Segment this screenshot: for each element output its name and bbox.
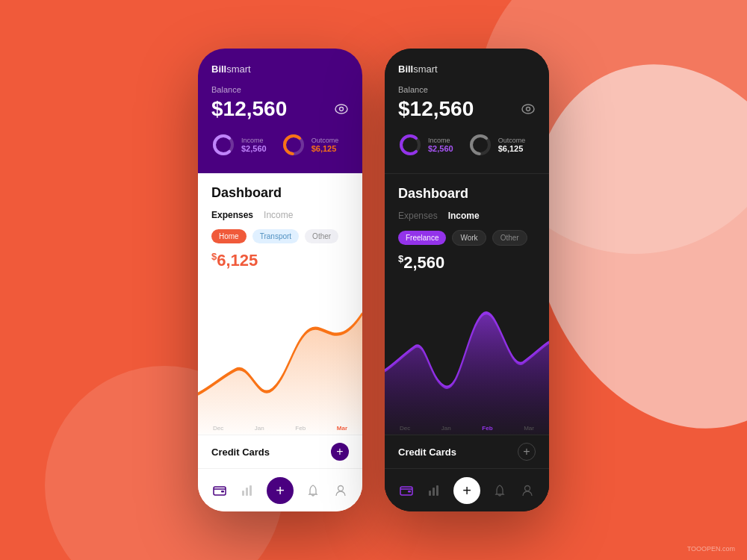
balance-label-light: Balance [211, 85, 349, 94]
light-phone-top: Billsmart Balance $12,560 [198, 49, 362, 173]
credit-add-btn-light[interactable]: + [331, 443, 349, 461]
nav-chart-light[interactable] [239, 482, 255, 499]
income-stat-light: Income $2,560 [211, 133, 267, 157]
tab-income-dark[interactable]: Income [448, 211, 480, 221]
nav-person-dark[interactable] [519, 482, 536, 499]
svg-rect-20 [429, 491, 431, 496]
credit-add-btn-dark[interactable]: + [518, 443, 536, 461]
light-phone-bottom: Dashboard Expenses Income Home Transport… [198, 173, 362, 511]
chart-months-light: Dec Jan Feb Mar [198, 425, 362, 432]
income-stat-dark: Income $2,560 [398, 133, 453, 157]
tab-expenses-dark[interactable]: Expenses [398, 211, 438, 221]
svg-rect-10 [249, 485, 252, 496]
income-value-light: $2,560 [241, 144, 267, 153]
app-brand-dark: Billsmart [398, 63, 536, 75]
svg-rect-8 [242, 491, 244, 496]
balance-amount-dark: $12,560 [398, 97, 474, 121]
svg-rect-21 [433, 488, 435, 496]
filter-row-light: Home Transport Other [211, 229, 349, 243]
stats-row-dark: Income $2,560 Outcome $6,125 [398, 133, 536, 157]
svg-point-3 [214, 136, 232, 154]
svg-point-1 [340, 108, 344, 111]
dashboard-title-dark: Dashboard [398, 186, 536, 202]
outcome-value-dark: $6,125 [498, 144, 526, 153]
tabs-row-light: Expenses Income [211, 210, 349, 220]
filter-other-btn[interactable]: Other [492, 230, 527, 246]
balance-row-light: $12,560 [211, 97, 349, 121]
light-phone: Billsmart Balance $12,560 [198, 49, 362, 511]
income-label-light: Income [241, 137, 267, 144]
income-value-dark: $2,560 [428, 144, 453, 153]
dashboard-section-dark: Dashboard Expenses Income Freelance Work… [385, 174, 549, 276]
credit-cards-row-dark: Credit Cards + [385, 435, 549, 468]
income-label-dark: Income [428, 137, 453, 144]
stats-row-light: Income $2,560 Outcome $6,125 [211, 133, 349, 157]
bottom-nav-light: + [198, 468, 362, 511]
filter-work-btn[interactable]: Work [452, 230, 486, 246]
bottom-nav-dark: + [385, 468, 549, 511]
tab-income-light[interactable]: Income [264, 210, 293, 220]
chart-light: Dec Jan Feb Mar [198, 273, 362, 435]
eye-icon-dark[interactable] [521, 102, 536, 116]
nav-person-light[interactable] [332, 482, 349, 499]
dark-phone-bottom: Dashboard Expenses Income Freelance Work… [385, 174, 549, 511]
nav-wallet-light[interactable] [211, 482, 228, 499]
svg-point-23 [525, 485, 530, 491]
balance-row-dark: $12,560 [398, 97, 536, 121]
svg-point-0 [335, 105, 347, 113]
watermark: TOOOPEN.com [687, 545, 735, 553]
credit-cards-label-dark: Credit Cards [398, 447, 456, 458]
svg-rect-22 [436, 485, 438, 496]
main-amount-light: $6,125 [211, 251, 349, 270]
dashboard-title-light: Dashboard [211, 185, 349, 201]
nav-bell-light[interactable] [305, 482, 321, 499]
month-jan-dark: Jan [441, 425, 451, 432]
nav-bell-dark[interactable] [492, 482, 508, 499]
eye-icon-light[interactable] [334, 102, 349, 116]
filter-transport-btn[interactable]: Transport [252, 229, 299, 243]
phones-container: Billsmart Balance $12,560 [198, 49, 549, 511]
tabs-row-dark: Expenses Income [398, 211, 536, 221]
svg-rect-7 [221, 491, 224, 493]
month-dec-dark: Dec [400, 425, 410, 432]
chart-months-dark: Dec Jan Feb Mar [385, 425, 549, 432]
outcome-stat-dark: Outcome $6,125 [468, 133, 526, 157]
main-amount-dark: $2,560 [398, 253, 536, 273]
balance-label-dark: Balance [398, 85, 536, 94]
nav-wallet-dark[interactable] [398, 482, 415, 499]
filter-freelance-btn[interactable]: Freelance [398, 231, 446, 245]
chart-dark: Dec Jan Feb Mar [385, 276, 549, 435]
app-brand-light: Billsmart [211, 63, 349, 75]
balance-amount-light: $12,560 [211, 97, 287, 121]
outcome-value-light: $6,125 [311, 144, 339, 153]
tab-expenses-light[interactable]: Expenses [211, 210, 253, 220]
outcome-stat-light: Outcome $6,125 [282, 133, 339, 157]
month-feb-dark: Feb [482, 425, 492, 432]
outcome-label-dark: Outcome [498, 137, 526, 144]
svg-rect-9 [246, 488, 248, 496]
credit-cards-row-light: Credit Cards + [198, 435, 362, 468]
outcome-label-light: Outcome [311, 137, 339, 144]
month-feb-light: Feb [295, 425, 306, 432]
credit-cards-label-light: Credit Cards [211, 447, 270, 458]
month-mar-dark: Mar [524, 425, 534, 432]
nav-add-light[interactable]: + [267, 477, 294, 504]
month-dec-light: Dec [213, 425, 223, 432]
svg-point-15 [401, 136, 419, 154]
nav-chart-dark[interactable] [426, 482, 442, 499]
svg-rect-19 [408, 491, 411, 493]
dark-phone: Billsmart Balance $12,560 [385, 49, 549, 511]
svg-point-13 [527, 108, 530, 111]
dashboard-section-light: Dashboard Expenses Income Home Transport… [198, 173, 362, 273]
filter-other-btn[interactable]: Other [305, 229, 338, 243]
dark-phone-top: Billsmart Balance $12,560 [385, 49, 549, 174]
svg-point-11 [338, 485, 344, 491]
filter-home-btn[interactable]: Home [211, 229, 247, 243]
nav-add-dark[interactable]: + [453, 477, 480, 504]
svg-point-12 [522, 105, 534, 113]
month-jan-light: Jan [255, 425, 264, 432]
month-mar-light: Mar [337, 425, 347, 432]
filter-row-dark: Freelance Work Other [398, 230, 536, 246]
